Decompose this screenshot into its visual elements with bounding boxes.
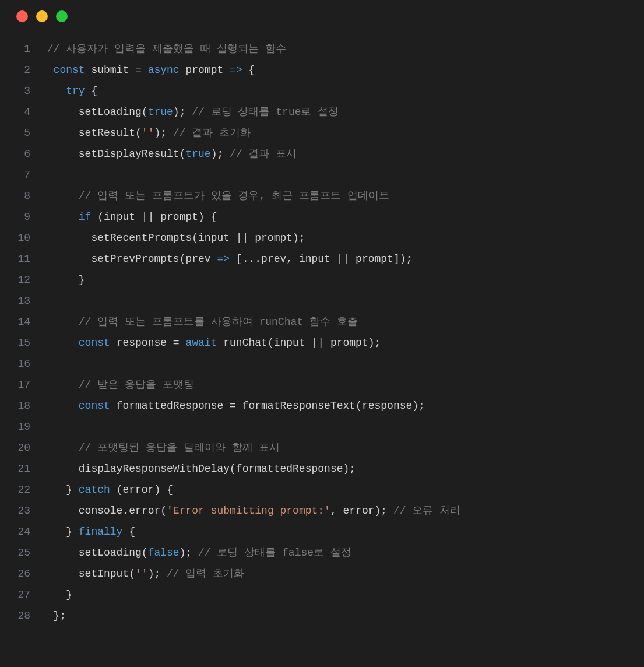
line-number: 20 — [0, 437, 30, 458]
code-token: try — [66, 85, 85, 97]
code-token: if — [79, 211, 92, 223]
code-line[interactable]: } catch (error) { — [41, 479, 644, 500]
code-token: setDisplayResult( — [41, 148, 185, 160]
code-token: const — [54, 64, 85, 76]
code-line[interactable] — [41, 290, 644, 311]
code-token: // 결과 표시 — [230, 148, 297, 160]
code-token — [41, 379, 79, 391]
code-token: }; — [41, 610, 66, 622]
code-token: } — [41, 484, 79, 496]
code-token: finally — [79, 526, 123, 538]
code-token: true — [185, 148, 210, 160]
code-token: console.error( — [41, 505, 167, 517]
code-token: (input || prompt) { — [91, 211, 217, 223]
code-token: // 사용자가 입력을 제출했을 때 실행되는 함수 — [47, 43, 286, 55]
code-token — [41, 400, 79, 412]
code-token: catch — [79, 484, 110, 496]
code-line[interactable] — [41, 416, 644, 437]
code-line[interactable]: } — [41, 269, 644, 290]
code-token: setInput( — [41, 568, 135, 580]
code-token — [41, 442, 79, 454]
code-line[interactable]: // 사용자가 입력을 제출했을 때 실행되는 함수 — [41, 38, 644, 59]
code-token — [41, 64, 54, 76]
line-number: 11 — [0, 248, 30, 269]
line-number: 12 — [0, 269, 30, 290]
code-line[interactable]: // 포맷팅된 응답을 딜레이와 함께 표시 — [41, 437, 644, 458]
code-token: { — [85, 85, 98, 97]
line-number: 25 — [0, 542, 30, 563]
line-number: 22 — [0, 479, 30, 500]
code-token: [...prev, input || prompt]); — [230, 253, 412, 265]
code-line[interactable]: setDisplayResult(true); // 결과 표시 — [41, 143, 644, 164]
code-token: ); — [148, 568, 167, 580]
line-number-gutter: 1234567891011121314151617181920212223242… — [0, 38, 41, 626]
code-line[interactable] — [41, 164, 644, 185]
code-token: ); — [173, 106, 192, 118]
code-token: const — [79, 337, 110, 349]
line-number: 19 — [0, 416, 30, 437]
code-line[interactable]: setResult(''); // 결과 초기화 — [41, 122, 644, 143]
code-token: { — [242, 64, 255, 76]
code-line[interactable]: // 입력 또는 프롬프트가 있을 경우, 최근 프롬프트 업데이트 — [41, 185, 644, 206]
code-line[interactable]: const formattedResponse = formatResponse… — [41, 395, 644, 416]
code-line[interactable]: // 입력 또는 프롬프트를 사용하여 runChat 함수 호출 — [41, 311, 644, 332]
line-number: 16 — [0, 353, 30, 374]
code-token: // 로딩 상태를 false로 설정 — [198, 547, 351, 559]
line-number: 23 — [0, 500, 30, 521]
line-number: 26 — [0, 563, 30, 584]
maximize-icon[interactable] — [56, 10, 68, 22]
code-line[interactable]: setLoading(false); // 로딩 상태를 false로 설정 — [41, 542, 644, 563]
code-line[interactable]: setLoading(true); // 로딩 상태를 true로 설정 — [41, 101, 644, 122]
editor-window: 1234567891011121314151617181920212223242… — [0, 0, 644, 667]
code-line[interactable]: } — [41, 584, 644, 605]
code-line[interactable]: setInput(''); // 입력 초기화 — [41, 563, 644, 584]
code-token: // 입력 초기화 — [167, 568, 244, 580]
code-line[interactable]: const response = await runChat(input || … — [41, 332, 644, 353]
minimize-icon[interactable] — [36, 10, 48, 22]
code-token: async — [148, 64, 180, 76]
code-content[interactable]: // 사용자가 입력을 제출했을 때 실행되는 함수 const submit … — [41, 38, 644, 626]
line-number: 21 — [0, 458, 30, 479]
line-number: 7 — [0, 164, 30, 185]
code-token: setRecentPrompts(input || prompt); — [41, 232, 305, 244]
code-line[interactable]: try { — [41, 80, 644, 101]
code-token: => — [217, 253, 230, 265]
code-line[interactable]: }; — [41, 605, 644, 626]
line-number: 3 — [0, 80, 30, 101]
code-line[interactable]: displayResponseWithDelay(formattedRespon… — [41, 458, 644, 479]
code-token: { — [122, 526, 135, 538]
code-token: '' — [135, 568, 148, 580]
code-token — [41, 190, 79, 202]
code-line[interactable]: if (input || prompt) { — [41, 206, 644, 227]
close-icon[interactable] — [16, 10, 28, 22]
line-number: 18 — [0, 395, 30, 416]
code-token — [41, 337, 79, 349]
line-number: 8 — [0, 185, 30, 206]
code-line[interactable] — [41, 353, 644, 374]
code-line[interactable]: console.error('Error submitting prompt:'… — [41, 500, 644, 521]
line-number: 1 — [0, 38, 30, 59]
code-editor[interactable]: 1234567891011121314151617181920212223242… — [0, 33, 644, 632]
code-line[interactable]: setRecentPrompts(input || prompt); — [41, 227, 644, 248]
line-number: 10 — [0, 227, 30, 248]
line-number: 17 — [0, 374, 30, 395]
line-number: 24 — [0, 521, 30, 542]
code-token: } — [41, 589, 72, 601]
line-number: 27 — [0, 584, 30, 605]
code-token: 'Error submitting prompt:' — [167, 505, 330, 517]
code-token: true — [148, 106, 173, 118]
code-line[interactable]: // 받은 응답을 포맷팅 — [41, 374, 644, 395]
code-line[interactable]: setPrevPrompts(prev => [...prev, input |… — [41, 248, 644, 269]
line-number: 9 — [0, 206, 30, 227]
line-number: 2 — [0, 59, 30, 80]
code-token — [41, 85, 66, 97]
code-line[interactable]: const submit = async prompt => { — [41, 59, 644, 80]
line-number: 13 — [0, 290, 30, 311]
code-token: (error) { — [110, 484, 173, 496]
code-line[interactable]: } finally { — [41, 521, 644, 542]
code-token: , error); — [330, 505, 393, 517]
line-number: 5 — [0, 122, 30, 143]
code-token: runChat(input || prompt); — [217, 337, 381, 349]
line-number: 4 — [0, 101, 30, 122]
code-token: const — [79, 400, 110, 412]
